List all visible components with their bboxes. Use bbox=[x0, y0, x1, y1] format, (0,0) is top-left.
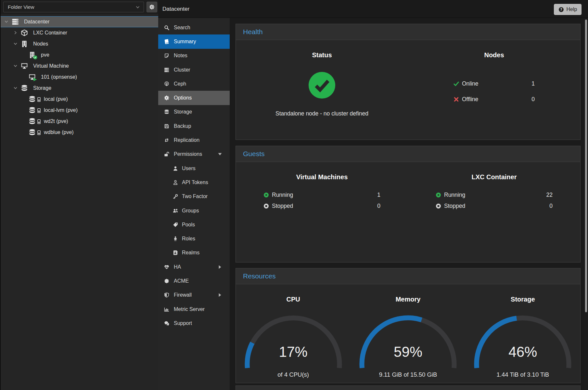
check-icon bbox=[454, 81, 459, 87]
view-mode-select[interactable]: Folder View bbox=[3, 2, 144, 12]
resource-column-storage: Storage46%1.44 TiB of 3.10 TiB bbox=[466, 284, 580, 382]
menu-item-firewall[interactable]: Firewall bbox=[158, 288, 230, 302]
menu-item-two-factor[interactable]: Two Factor bbox=[158, 190, 230, 204]
chevron-down-icon[interactable] bbox=[13, 63, 18, 69]
chevron-down-icon[interactable] bbox=[4, 19, 9, 24]
vertical-scrollbar[interactable] bbox=[584, 18, 588, 390]
menu-item-acme[interactable]: ACME bbox=[158, 274, 230, 288]
chevron-down-icon[interactable] bbox=[13, 86, 18, 91]
node-icon bbox=[29, 51, 36, 59]
guests-panel: Guests Virtual MachinesRunning1Stopped0L… bbox=[236, 146, 581, 262]
menu-item-backup[interactable]: Backup bbox=[158, 119, 230, 133]
menu-item-storage[interactable]: Storage bbox=[158, 105, 230, 119]
scrollbar-thumb[interactable] bbox=[585, 20, 587, 312]
menu-item-notes[interactable]: Notes bbox=[158, 49, 230, 63]
tree-item-wd2t-pve[interactable]: wd2t (pve) bbox=[1, 116, 158, 127]
menu-item-ceph[interactable]: Ceph bbox=[158, 77, 230, 91]
tree-item-label: wdblue (pve) bbox=[44, 129, 74, 135]
gauge-arc bbox=[359, 312, 457, 374]
gauge-cpu: 17%of 4 CPU(s) bbox=[245, 312, 342, 382]
tree-settings-button[interactable] bbox=[147, 2, 157, 12]
key-icon bbox=[173, 194, 178, 199]
tree-item-label: Virtual Machine bbox=[33, 63, 69, 69]
tree-item-label: local (pve) bbox=[44, 96, 68, 102]
right-region: Datacenter ? Help SearchSummaryNotesClus… bbox=[158, 0, 588, 390]
menu-item-ha[interactable]: HA bbox=[158, 260, 230, 274]
tree-item-lxc-container[interactable]: LXC Container bbox=[1, 27, 158, 38]
note-icon bbox=[164, 53, 169, 58]
chevron-right-icon[interactable] bbox=[13, 30, 18, 35]
menu-item-label: HA bbox=[174, 264, 181, 270]
tree-item-label: LXC Container bbox=[33, 30, 67, 36]
menu-item-permissions[interactable]: Permissions bbox=[158, 147, 230, 161]
database-icon bbox=[29, 129, 36, 136]
menu-item-label: Ceph bbox=[174, 81, 186, 87]
status-row-running: Running22 bbox=[436, 189, 553, 200]
status-ok-icon bbox=[308, 71, 336, 99]
play-circle-icon bbox=[436, 192, 441, 198]
gauges-row: CPU17%of 4 CPU(s)Memory59%9.11 GiB of 15… bbox=[236, 284, 580, 382]
gauge-memory: 59%9.11 GiB of 15.50 GiB bbox=[359, 312, 457, 382]
stop-circle-icon bbox=[263, 203, 269, 209]
tree-item-datacenter[interactable]: Datacenter bbox=[1, 16, 158, 27]
menu-item-label: Backup bbox=[174, 123, 191, 129]
building-icon bbox=[21, 40, 28, 47]
heartbeat-icon bbox=[164, 264, 169, 270]
vm-icon bbox=[29, 74, 36, 81]
menu-item-groups[interactable]: Groups bbox=[158, 204, 230, 218]
tree-item-local-lvm-pve[interactable]: local-lvm (pve) bbox=[1, 105, 158, 116]
menu-item-label: Users bbox=[182, 166, 196, 171]
users-icon bbox=[173, 208, 178, 213]
menu-item-replication[interactable]: Replication bbox=[158, 133, 230, 147]
content-header: Datacenter ? Help bbox=[158, 0, 588, 18]
resource-heading: CPU bbox=[236, 295, 351, 304]
tree-item-virtual-machine[interactable]: Virtual Machine bbox=[1, 61, 158, 72]
chevron-down-icon[interactable] bbox=[13, 41, 18, 47]
tree-item-label: Storage bbox=[33, 85, 51, 91]
menu-item-support[interactable]: Support bbox=[158, 316, 230, 330]
caret-right-icon bbox=[217, 292, 223, 298]
help-button[interactable]: ? Help bbox=[554, 4, 582, 15]
menu-item-realms[interactable]: Realms bbox=[158, 246, 230, 260]
status-row-label: Offline bbox=[462, 96, 531, 103]
book-icon bbox=[164, 39, 169, 44]
tree-item-label: Nodes bbox=[33, 41, 48, 47]
status-row-value: 22 bbox=[546, 192, 553, 198]
menu-item-label: Cluster bbox=[174, 67, 190, 73]
menu-item-pools[interactable]: Pools bbox=[158, 218, 230, 232]
menu-item-api-tokens[interactable]: API Tokens bbox=[158, 175, 230, 189]
database-icon bbox=[29, 96, 36, 103]
resource-column-memory: Memory59%9.11 GiB of 15.50 GiB bbox=[351, 284, 465, 382]
menu-item-search[interactable]: Search bbox=[158, 20, 230, 34]
resource-heading: Storage bbox=[466, 295, 580, 304]
tree-item-label: 101 (opnsense) bbox=[41, 74, 77, 80]
menu-item-roles[interactable]: Roles bbox=[158, 232, 230, 246]
menu-item-label: Options bbox=[174, 95, 192, 101]
menu-item-summary[interactable]: Summary bbox=[158, 34, 230, 48]
menu-item-cluster[interactable]: Cluster bbox=[158, 63, 230, 77]
menu-item-options[interactable]: Options bbox=[158, 91, 230, 105]
user-icon bbox=[173, 166, 178, 171]
status-row-label: Stopped bbox=[272, 203, 377, 209]
tree-item-101-opnsense[interactable]: 101 (opnsense) bbox=[1, 72, 158, 83]
menu-item-users[interactable]: Users bbox=[158, 161, 230, 175]
menu-item-label: API Tokens bbox=[182, 180, 208, 185]
status-row-label: Online bbox=[462, 80, 531, 87]
tree-item-storage[interactable]: Storage bbox=[1, 83, 158, 94]
tree-item-local-pve[interactable]: local (pve) bbox=[1, 94, 158, 105]
menu-item-metric-server[interactable]: Metric Server bbox=[158, 302, 230, 316]
tag-icon bbox=[173, 222, 178, 227]
drive-icon bbox=[37, 107, 41, 114]
tree-item-nodes[interactable]: Nodes bbox=[1, 38, 158, 49]
guests-panel-header: Guests bbox=[236, 146, 580, 162]
resource-tree: DatacenterLXC ContainerNodespveVirtual M… bbox=[1, 14, 158, 390]
tree-item-wdblue-pve[interactable]: wdblue (pve) bbox=[1, 127, 158, 138]
health-panel: Health Status Standalone node - no clust… bbox=[236, 24, 581, 140]
nodes-heading: Nodes bbox=[408, 50, 580, 60]
guests-column-list: Running1Stopped0 bbox=[263, 189, 380, 211]
tree-item-label: wd2t (pve) bbox=[44, 118, 68, 124]
resource-heading: Memory bbox=[351, 295, 465, 304]
menu-item-label: Realms bbox=[182, 250, 199, 256]
tree-item-pve[interactable]: pve bbox=[1, 49, 158, 61]
certificate-icon bbox=[164, 278, 169, 284]
